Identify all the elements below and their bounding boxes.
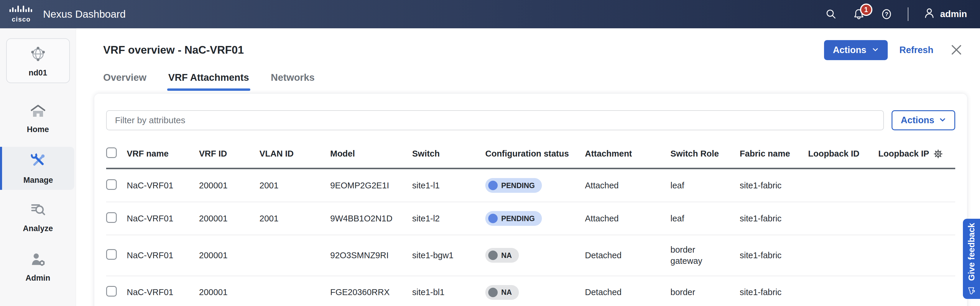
vrf-attachments-table: VRF name VRF ID VLAN ID Model Switch Con… <box>106 143 955 306</box>
cell-model: 9W4BB1O2N1D <box>330 202 412 235</box>
sidebar-item-label: Analyze <box>23 224 53 233</box>
close-icon[interactable] <box>949 43 964 58</box>
cell-vrf-id: 200001 <box>199 235 259 276</box>
cell-switch: site1-l2 <box>412 202 485 235</box>
page-header-actions: Actions Refresh <box>824 40 964 60</box>
app-header: cisco Nexus Dashboard 1 ? <box>0 0 980 28</box>
cisco-logo[interactable]: cisco <box>8 5 35 23</box>
tab-overview[interactable]: Overview <box>103 72 146 91</box>
sidebar-nav: Home Manage <box>0 91 76 289</box>
col-header-vlan-id[interactable]: VLAN ID <box>259 143 330 169</box>
sidebar-cluster-nd01[interactable]: nd01 <box>6 38 70 83</box>
select-all-cell <box>106 143 127 169</box>
table-row: NaC-VRF01 200001 92O3SMNZ9RI site1-bgw1 … <box>106 235 955 276</box>
sidebar-item-manage[interactable]: Manage <box>0 147 74 190</box>
column-settings-gear-icon[interactable] <box>933 149 943 159</box>
header-divider <box>908 7 908 21</box>
cell-vrf-name: NaC-VRF01 <box>127 235 199 276</box>
cell-vlan-id: 2001 <box>259 169 330 202</box>
notification-count-badge: 1 <box>860 3 872 16</box>
cell-switch: site1-bl1 <box>412 276 485 306</box>
row-checkbox[interactable] <box>106 212 117 223</box>
cell-switch-role: leaf <box>670 169 740 202</box>
row-select-cell <box>106 235 127 276</box>
status-badge: NA <box>485 285 519 300</box>
cell-fabric-name: site1-fabric <box>740 202 808 235</box>
status-dot-icon <box>488 250 498 260</box>
cluster-globe-icon <box>28 44 48 65</box>
col-header-configuration-status[interactable]: Configuration status <box>485 143 585 169</box>
search-icon[interactable] <box>825 8 838 21</box>
row-checkbox[interactable] <box>106 286 117 296</box>
row-checkbox[interactable] <box>106 249 117 260</box>
user-menu[interactable]: admin <box>923 7 967 22</box>
col-header-loopback-ip[interactable]: Loopback IP <box>878 143 955 169</box>
status-badge: NA <box>485 248 519 263</box>
row-select-cell <box>106 202 127 235</box>
analyze-search-icon <box>29 202 46 219</box>
cell-vrf-id: 200001 <box>199 202 259 235</box>
cell-switch-role: leaf <box>670 202 740 235</box>
cell-attachment: Detached <box>585 276 670 306</box>
vrf-attachments-panel: Actions VRF name <box>94 94 967 306</box>
user-icon <box>923 7 935 22</box>
chevron-down-icon <box>939 115 946 126</box>
sidebar-item-label: Manage <box>23 176 53 185</box>
cell-vrf-name: NaC-VRF01 <box>127 202 199 235</box>
row-select-cell <box>106 169 127 202</box>
table-toolbar: Actions <box>106 110 955 130</box>
tab-vrf-attachments[interactable]: VRF Attachments <box>169 72 249 91</box>
sidebar-item-home[interactable]: Home <box>0 97 76 140</box>
cell-model: 92O3SMNZ9RI <box>330 235 412 276</box>
sidebar-item-analyze[interactable]: Analyze <box>0 196 76 239</box>
cell-configuration-status: NA <box>485 276 585 306</box>
col-header-model[interactable]: Model <box>330 143 412 169</box>
actions-button-table[interactable]: Actions <box>892 110 955 130</box>
table-row: NaC-VRF01 200001 2001 9W4BB1O2N1D site1-… <box>106 202 955 235</box>
sidebar-item-label: Admin <box>25 274 51 283</box>
page-header: VRF overview - NaC-VRF01 Actions Refresh <box>76 28 980 60</box>
notifications-bell-icon[interactable]: 1 <box>852 8 865 21</box>
actions-button-primary[interactable]: Actions <box>824 40 888 60</box>
cell-attachment: Attached <box>585 202 670 235</box>
status-dot-icon <box>488 288 498 297</box>
cell-fabric-name: site1-fabric <box>740 169 808 202</box>
status-badge: PENDING <box>485 211 542 226</box>
cell-vrf-name: NaC-VRF01 <box>127 169 199 202</box>
col-header-fabric-name[interactable]: Fabric name <box>740 143 808 169</box>
cell-configuration-status: PENDING <box>485 169 585 202</box>
cell-loopback-id <box>808 235 878 276</box>
row-checkbox[interactable] <box>106 179 117 190</box>
cell-vlan-id <box>259 276 330 306</box>
tools-icon <box>30 152 47 171</box>
cell-vlan-id: 2001 <box>259 202 330 235</box>
cell-vlan-id <box>259 235 330 276</box>
refresh-link[interactable]: Refresh <box>899 45 934 56</box>
tab-networks[interactable]: Networks <box>271 72 315 91</box>
header-actions: 1 ? admin <box>825 7 967 22</box>
cell-loopback-id <box>808 276 878 306</box>
col-header-vrf-id[interactable]: VRF ID <box>199 143 259 169</box>
col-header-switch-role[interactable]: Switch Role <box>670 143 740 169</box>
cell-loopback-ip <box>878 235 955 276</box>
col-header-switch[interactable]: Switch <box>412 143 485 169</box>
cluster-label: nd01 <box>29 69 47 78</box>
user-name: admin <box>940 9 967 19</box>
status-dot-icon <box>488 214 498 223</box>
page-title: VRF overview - NaC-VRF01 <box>103 44 244 56</box>
chevron-down-icon <box>872 45 879 56</box>
filter-input[interactable] <box>106 110 884 130</box>
cell-configuration-status: PENDING <box>485 202 585 235</box>
col-header-vrf-name[interactable]: VRF name <box>127 143 199 169</box>
sidebar-item-admin[interactable]: Admin <box>0 246 76 289</box>
give-feedback-button[interactable]: Give feedback <box>963 219 980 299</box>
admin-user-gear-icon <box>29 252 46 269</box>
sidebar: nd01 Home Manage <box>0 28 76 306</box>
main-content: VRF overview - NaC-VRF01 Actions Refresh… <box>76 28 980 306</box>
cell-loopback-ip <box>878 276 955 306</box>
help-icon[interactable]: ? <box>880 8 893 21</box>
col-header-attachment[interactable]: Attachment <box>585 143 670 169</box>
col-header-loopback-id[interactable]: Loopback ID <box>808 143 878 169</box>
cell-loopback-id <box>808 169 878 202</box>
select-all-checkbox[interactable] <box>106 147 117 158</box>
